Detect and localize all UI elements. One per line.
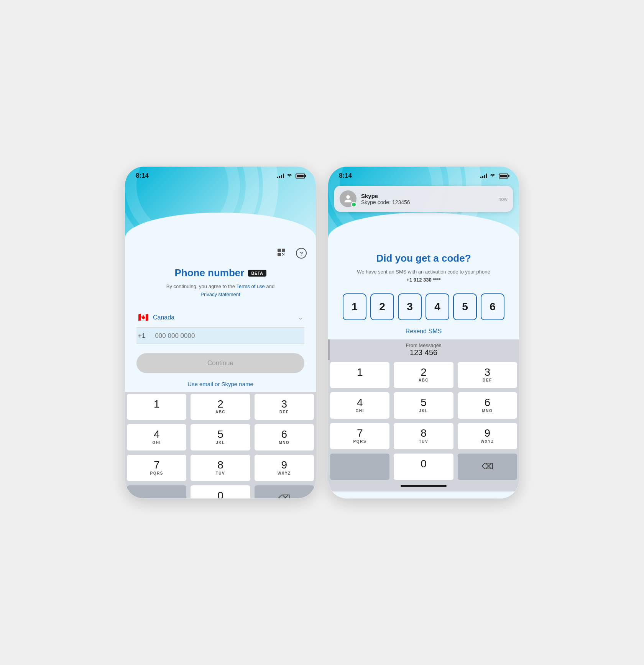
numpad-key[interactable]: 1: [330, 362, 389, 388]
key-number: 7: [357, 428, 363, 439]
svg-rect-5: [279, 254, 280, 255]
numpad-key[interactable]: 9WXYZ: [255, 455, 314, 481]
key-number: 0: [421, 458, 427, 470]
phone-input-row: +1: [136, 328, 304, 344]
key-number: 9: [281, 459, 288, 471]
key-letters: MNO: [279, 441, 289, 446]
numpad-key[interactable]: 3DEF: [255, 394, 314, 420]
key-number: 3: [485, 367, 491, 378]
messages-code-value: 123 456: [410, 348, 437, 357]
numpad-left: 12ABC3DEF4GHI5JKL6MNO7PQRS8TUV9WXYZ0⌫: [125, 392, 316, 498]
numpad-key[interactable]: ⌫: [255, 485, 314, 498]
code-main: Did you get a code? We have sent an SMS …: [328, 243, 519, 339]
key-number: 1: [357, 367, 363, 378]
key-number: 2: [421, 367, 427, 378]
numpad-key[interactable]: 6MNO: [458, 392, 517, 419]
messages-bar: [328, 339, 330, 360]
signal-icon-right: [480, 174, 487, 178]
numpad-right: 12ABC3DEF4GHI5JKL6MNO7PQRS8TUV9WXYZ0⌫: [328, 360, 519, 482]
qr-button[interactable]: [274, 246, 288, 260]
help-button[interactable]: ?: [294, 246, 308, 260]
key-letters: GHI: [356, 409, 364, 414]
key-letters: MNO: [482, 409, 493, 414]
key-number: 5: [421, 397, 427, 409]
home-bar-right: [401, 485, 447, 487]
key-letters: WXYZ: [481, 439, 494, 445]
phone-screen-content: ? Phone number BETA By continuing, you a…: [125, 243, 316, 498]
numpad-key[interactable]: 9WXYZ: [458, 423, 517, 449]
privacy-statement-link[interactable]: Privacy statement: [200, 292, 240, 297]
numpad-key[interactable]: [330, 454, 389, 480]
key-letters: DEF: [279, 410, 289, 415]
top-actions: ?: [125, 243, 316, 263]
numpad-key[interactable]: 7PQRS: [127, 455, 186, 481]
key-letters: ABC: [419, 378, 429, 383]
numpad-key[interactable]: 7PQRS: [330, 423, 389, 449]
code-digit-box[interactable]: 1: [343, 293, 366, 320]
code-boxes: 123456: [343, 293, 504, 320]
numpad-key[interactable]: 0: [191, 485, 250, 498]
key-number: 8: [421, 428, 427, 439]
numpad-key[interactable]: ⌫: [458, 454, 517, 480]
key-number: 4: [357, 397, 363, 409]
key-number: 3: [281, 398, 288, 410]
key-letters: PQRS: [353, 439, 366, 445]
numpad-key[interactable]: 0: [394, 454, 453, 480]
code-digit-box[interactable]: 5: [453, 293, 477, 320]
continue-button[interactable]: Continue: [136, 353, 304, 373]
delete-key: ⌫: [481, 462, 493, 472]
messages-header: From Messages 123 456: [328, 339, 519, 360]
numpad-key[interactable]: [127, 485, 186, 498]
country-flag: 🇨🇦: [138, 313, 148, 323]
code-digit-box[interactable]: 3: [398, 293, 422, 320]
notif-avatar: [340, 190, 356, 207]
wifi-icon-right: [490, 173, 496, 179]
code-subtitle: We have sent an SMS with an activation c…: [357, 268, 490, 284]
chevron-down-icon: ⌄: [298, 314, 303, 321]
country-selector[interactable]: 🇨🇦 Canada ⌄: [136, 308, 304, 328]
status-icons-left: [277, 173, 305, 179]
numpad-key[interactable]: 5JKL: [191, 424, 250, 450]
numpad-key[interactable]: 4GHI: [127, 424, 186, 450]
resend-sms-link[interactable]: Resend SMS: [406, 328, 442, 335]
online-indicator: [351, 202, 356, 207]
numpad-key[interactable]: 6MNO: [255, 424, 314, 450]
notif-app-name: Skype: [361, 193, 494, 199]
key-number: 5: [217, 429, 223, 441]
help-icon: ?: [296, 248, 307, 259]
battery-icon: [296, 174, 305, 179]
numpad-key[interactable]: 5JKL: [394, 392, 453, 419]
key-number: 8: [217, 459, 223, 471]
code-digit-box[interactable]: 2: [370, 293, 394, 320]
key-number: 2: [217, 398, 223, 410]
code-digit-box[interactable]: 6: [481, 293, 504, 320]
numpad-key[interactable]: 8TUV: [191, 455, 250, 481]
code-title: Did you get a code?: [376, 252, 471, 264]
notif-content: Skype Skype code: 123456: [361, 193, 494, 205]
code-screen-content: Did you get a code? We have sent an SMS …: [328, 243, 519, 498]
alt-login-link[interactable]: Use email or Skype name: [187, 381, 253, 387]
numpad-key[interactable]: 2ABC: [394, 362, 453, 388]
phone-number-field[interactable]: [155, 332, 303, 340]
numpad-key[interactable]: 4GHI: [330, 392, 389, 419]
right-phone: 8:14 Skyp: [328, 166, 519, 499]
phone-number-title: Phone number: [174, 267, 244, 279]
key-letters: TUV: [216, 471, 225, 477]
terms-of-use-link[interactable]: Terms of use: [236, 283, 264, 289]
key-letters: TUV: [419, 439, 429, 445]
svg-rect-4: [283, 250, 284, 251]
key-number: 1: [154, 398, 160, 410]
key-letters: GHI: [153, 441, 161, 446]
numpad-key[interactable]: 3DEF: [458, 362, 517, 388]
notif-message: Skype code: 123456: [361, 199, 494, 205]
numpad-key[interactable]: 8TUV: [394, 423, 453, 449]
numpad-key[interactable]: 1: [127, 394, 186, 420]
signal-icon: [277, 174, 284, 178]
key-number: 6: [281, 429, 288, 441]
numpad-key[interactable]: 2ABC: [191, 394, 250, 420]
key-letters: JKL: [419, 409, 428, 414]
code-digit-box[interactable]: 4: [426, 293, 449, 320]
time-right: 8:14: [339, 172, 352, 180]
status-bar-left: 8:14: [125, 167, 316, 182]
notification-banner[interactable]: Skype Skype code: 123456 now: [334, 186, 513, 212]
